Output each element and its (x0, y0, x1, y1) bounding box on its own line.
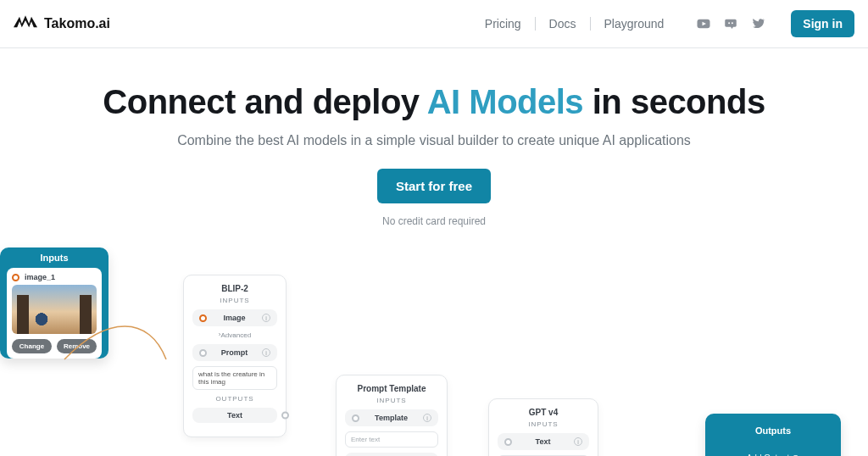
hero-subtitle: Combine the best AI models in a simple v… (0, 133, 868, 148)
inputs-section-label: INPUTS (192, 297, 277, 304)
port-icon[interactable] (199, 349, 207, 357)
node-gpt[interactable]: GPT v4 INPUTS Text i Enter text Advanced (488, 398, 598, 456)
flow-canvas: Inputs image_1 Change Remove BLIP-2 INPU… (0, 247, 868, 456)
signin-button[interactable]: Sign in (791, 10, 854, 37)
advanced-toggle[interactable]: Advanced (192, 331, 277, 339)
inputs-section-label: INPUTS (345, 397, 438, 404)
template-input[interactable]: Enter text (345, 431, 438, 448)
port-icon[interactable] (504, 438, 512, 446)
outputs-section-label: OUTPUTS (192, 395, 277, 403)
port-icon[interactable] (12, 274, 19, 281)
input-image-thumbnail[interactable] (12, 285, 97, 334)
hero-headline-c: in seconds (583, 83, 765, 120)
node-prompt-template-title: Prompt Template (345, 384, 438, 393)
node-blip2[interactable]: BLIP-2 INPUTS Image i Advanced Prompt i … (183, 275, 287, 437)
info-icon[interactable]: i (574, 437, 582, 446)
change-button[interactable]: Change (12, 339, 52, 353)
add-output-button[interactable]: Add Output (714, 453, 832, 456)
brand-logo-icon (14, 15, 37, 32)
topbar: Takomo.ai Pricing Docs Playground Sign i… (0, 0, 868, 47)
hero: Connect and deploy AI Models in seconds … (0, 48, 868, 227)
inputs-section-label: INPUTS (498, 420, 589, 428)
hero-headline: Connect and deploy AI Models in seconds (0, 82, 868, 121)
social-icons (691, 16, 765, 31)
node-inputs[interactable]: Inputs image_1 Change Remove (0, 247, 108, 359)
info-icon[interactable]: i (423, 414, 431, 422)
node-inputs-title: Inputs (0, 247, 108, 268)
discord-icon[interactable] (723, 16, 738, 31)
field-image-label: Image (212, 314, 257, 322)
node-blip2-title: BLIP-2 (192, 284, 277, 293)
svg-point-2 (732, 22, 733, 24)
brand-name: Takomo.ai (44, 16, 110, 31)
start-free-button[interactable]: Start for free (377, 169, 491, 203)
node-outputs[interactable]: Outputs Add Output (705, 414, 841, 456)
twitter-icon[interactable] (750, 16, 765, 31)
field-text-label: Text (199, 411, 270, 420)
field-prompt-label: Prompt (212, 348, 257, 357)
info-icon[interactable]: i (262, 314, 270, 322)
nav-docs[interactable]: Docs (536, 17, 590, 31)
node-gpt-title: GPT v4 (498, 408, 589, 417)
port-icon[interactable] (199, 314, 207, 322)
nav-pricing[interactable]: Pricing (471, 17, 535, 31)
prompt-textarea[interactable]: what is the creature in this imag (192, 366, 277, 390)
brand[interactable]: Takomo.ai (14, 15, 110, 32)
input-image-label: image_1 (25, 273, 97, 281)
youtube-icon[interactable] (696, 16, 711, 31)
port-icon[interactable] (281, 412, 289, 420)
hero-headline-a: Connect and deploy (103, 83, 426, 120)
hero-headline-accent: AI Models (427, 83, 583, 120)
nav-playground[interactable]: Playground (591, 17, 678, 31)
node-outputs-title: Outputs (714, 425, 832, 436)
node-prompt-template[interactable]: Prompt Template INPUTS Template i Enter … (336, 375, 448, 456)
svg-point-1 (728, 22, 730, 24)
field-text-label: Text (517, 437, 569, 446)
no-credit-card-note: No credit card required (0, 215, 868, 227)
field-template-label: Template (364, 414, 418, 422)
port-icon[interactable] (352, 414, 359, 422)
remove-button[interactable]: Remove (57, 339, 97, 353)
nav-links: Pricing Docs Playground (471, 17, 678, 31)
info-icon[interactable]: i (262, 348, 270, 357)
